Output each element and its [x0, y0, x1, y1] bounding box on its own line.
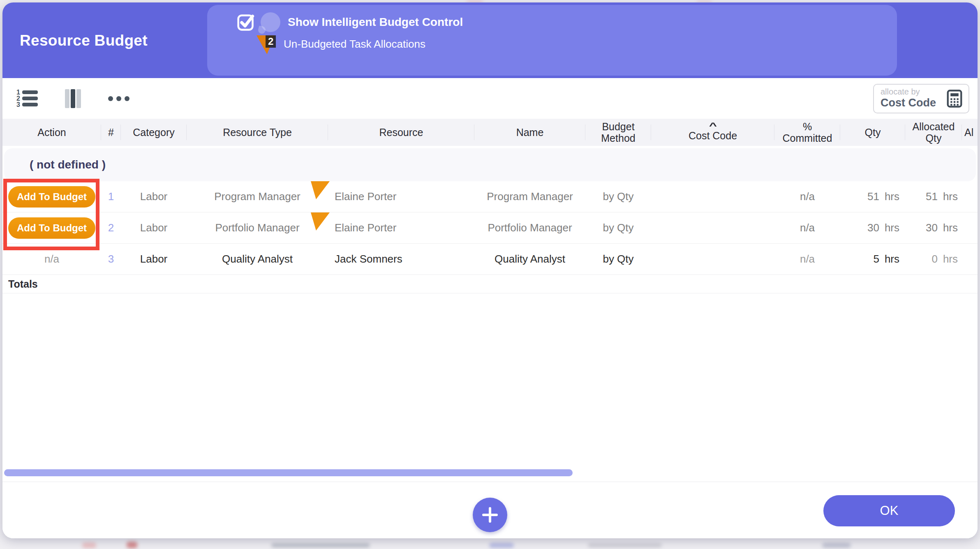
background-blob	[489, 543, 514, 548]
checkbox-checked-icon[interactable]	[237, 13, 255, 31]
qty-cell: 5hrs	[840, 244, 905, 274]
budget-method-cell: by Qty	[585, 181, 651, 212]
allocated-qty-cell: 0hrs	[905, 244, 962, 274]
horizontal-scrollbar[interactable]	[4, 469, 573, 476]
more-options-icon[interactable]	[108, 96, 129, 101]
allocate-by-label: allocate by	[881, 87, 936, 97]
group-label: ( not defined )	[30, 158, 106, 171]
column-header-resource-type[interactable]: Resource Type	[187, 119, 328, 146]
column-header-category[interactable]: Category	[121, 119, 187, 146]
action-cell: n/a	[2, 244, 101, 274]
grid-toolbar: 1 2 3 allocate by Cost Code	[2, 78, 978, 119]
resource-type-cell: Portfolio Manager	[187, 212, 328, 243]
table-row: Add To Budget 2 Labor Portfolio Manager …	[2, 212, 978, 244]
add-to-budget-button[interactable]: Add To Budget	[8, 217, 95, 239]
category-cell: Labor	[121, 212, 187, 243]
pct-committed-cell: n/a	[774, 181, 840, 212]
category-cell: Labor	[121, 181, 187, 212]
table-row: n/a 3 Labor Quality Analyst Jack Somners…	[2, 244, 978, 275]
resource-type-cell: Quality Analyst	[187, 244, 328, 274]
totals-row: Totals	[2, 275, 978, 293]
column-header-clipped[interactable]: Al	[962, 119, 978, 146]
numbered-list-icon[interactable]: 1 2 3	[15, 90, 38, 107]
cost-code-cell	[651, 181, 774, 212]
pct-committed-cell: n/a	[774, 212, 840, 243]
action-cell: Add To Budget	[2, 181, 101, 212]
resource-cell: Elaine Porter	[328, 181, 474, 212]
unbudgeted-subtitle: Un-Budgeted Task Allocations	[284, 38, 425, 51]
background-blob	[127, 542, 137, 548]
qty-cell: 51hrs	[840, 181, 905, 212]
qty-cell: 30hrs	[840, 212, 905, 243]
column-header-action[interactable]: Action	[2, 119, 101, 146]
cost-code-cell	[651, 212, 774, 243]
action-cell: Add To Budget	[2, 212, 101, 243]
calculator-icon	[946, 90, 963, 108]
allocate-by-value: Cost Code	[881, 97, 936, 109]
column-header-allocated-qty[interactable]: Allocated Qty	[905, 119, 962, 146]
add-row-button[interactable]	[473, 498, 507, 532]
name-cell: Quality Analyst	[474, 244, 585, 274]
row-number: 3	[101, 244, 121, 274]
column-header-number[interactable]: #	[101, 119, 121, 146]
background-blob	[822, 543, 851, 548]
name-cell: Program Manager	[474, 181, 585, 212]
intelligent-budget-banner: Show Intelligent Budget Control 2 Un-Bud…	[207, 5, 897, 76]
background-blob	[82, 542, 96, 548]
allocated-qty-cell: 30hrs	[905, 212, 962, 243]
dialog-header: Resource Budget Show Intelligent Budget …	[2, 2, 978, 78]
category-cell: Labor	[121, 244, 187, 274]
column-header-cost-code[interactable]: ^ Cost Code	[651, 119, 774, 146]
name-cell: Portfolio Manager	[474, 212, 585, 243]
budget-method-cell: by Qty	[585, 212, 651, 243]
intelligent-budget-icon	[261, 12, 280, 32]
unbudgeted-count-badge: 2	[266, 35, 276, 48]
totals-label: Totals	[8, 278, 38, 290]
allocated-qty-cell: 51hrs	[905, 181, 962, 212]
banner-checkbox-label[interactable]: Show Intelligent Budget Control	[288, 16, 463, 29]
dialog-footer: OK	[2, 482, 978, 538]
resource-budget-dialog: Resource Budget Show Intelligent Budget …	[2, 2, 978, 538]
ok-button[interactable]: OK	[823, 495, 955, 526]
resource-type-cell: Program Manager	[187, 181, 328, 212]
sort-asc-icon: ^	[709, 123, 717, 129]
pct-committed-cell: n/a	[774, 244, 840, 274]
clipped-cell	[962, 244, 978, 274]
column-header-budget-method[interactable]: Budget Method	[585, 119, 651, 146]
columns-icon[interactable]	[65, 89, 81, 108]
table-row: Add To Budget 1 Labor Program Manager El…	[2, 181, 978, 212]
column-header-name[interactable]: Name	[474, 119, 585, 146]
table-body: ( not defined ) Add To Budget 1 Labor Pr…	[2, 146, 978, 538]
background-blob	[588, 543, 662, 547]
cost-code-cell	[651, 244, 774, 274]
allocate-by-selector[interactable]: allocate by Cost Code	[873, 84, 969, 113]
clipped-cell	[962, 212, 978, 243]
page-title: Resource Budget	[20, 32, 148, 49]
background-blob	[271, 543, 370, 547]
resource-cell: Elaine Porter	[328, 212, 474, 243]
resource-cell: Jack Somners	[328, 244, 474, 274]
row-number: 1	[101, 181, 121, 212]
clipped-cell	[962, 181, 978, 212]
add-to-budget-button[interactable]: Add To Budget	[8, 186, 95, 208]
row-number: 2	[101, 212, 121, 243]
budget-method-cell: by Qty	[585, 244, 651, 274]
column-header-pct-committed[interactable]: % Committed	[774, 119, 840, 146]
column-header-qty[interactable]: Qty	[840, 119, 905, 146]
group-header-row[interactable]: ( not defined )	[4, 148, 976, 181]
column-header-resource[interactable]: Resource	[328, 119, 474, 146]
table-header-row: Action # Category Resource Type Resource…	[2, 119, 978, 146]
